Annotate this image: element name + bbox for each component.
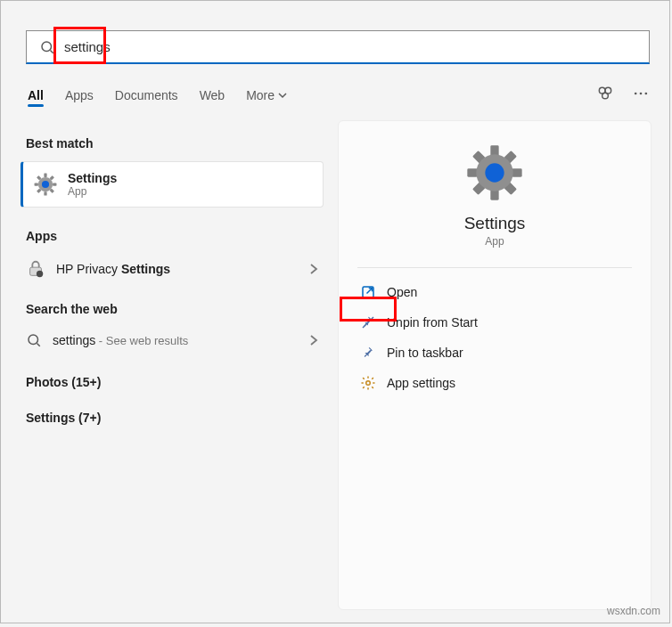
gear-outline-icon: [360, 375, 376, 391]
tab-web[interactable]: Web: [198, 85, 227, 106]
svg-point-12: [37, 271, 43, 277]
action-pin-label: Pin to taskbar: [387, 346, 463, 360]
category-photos[interactable]: Photos (15+): [20, 370, 324, 396]
section-apps: Apps: [20, 224, 324, 250]
best-match-result[interactable]: Settings App: [20, 161, 324, 208]
chevron-right-icon: [309, 334, 318, 346]
gear-icon: [34, 173, 57, 196]
svg-rect-8: [44, 174, 46, 177]
web-result-settings[interactable]: settings - See web results: [20, 323, 324, 357]
preview-actions: Open Unpin from Start Pin to taskbar App…: [339, 268, 651, 398]
tab-all[interactable]: All: [26, 85, 45, 106]
action-appsettings-label: App settings: [387, 376, 455, 390]
lock-icon: [26, 259, 45, 279]
svg-line-14: [37, 343, 39, 346]
filter-tabs: All Apps Documents Web More: [26, 85, 289, 106]
preview-title: Settings: [464, 214, 526, 233]
search-window: settings All Apps Documents Web More Bes…: [0, 0, 670, 623]
gear-icon: [466, 144, 523, 201]
best-match-sub: App: [68, 185, 117, 198]
section-best-match: Best match: [20, 131, 324, 158]
action-pin-to-taskbar[interactable]: Pin to taskbar: [355, 338, 635, 368]
svg-point-0: [42, 42, 52, 52]
preview-panel: Settings App Open Unpin from Start Pin t…: [338, 120, 652, 610]
preview-subtitle: App: [485, 235, 504, 248]
search-input[interactable]: settings: [26, 30, 650, 64]
tab-more-label: More: [246, 88, 275, 102]
svg-point-17: [485, 163, 504, 182]
best-match-name: Settings: [68, 171, 117, 185]
action-open-label: Open: [387, 285, 417, 299]
svg-point-5: [635, 93, 637, 95]
watermark: wsxdn.com: [607, 605, 660, 617]
svg-point-10: [42, 181, 49, 188]
svg-line-1: [50, 50, 53, 53]
action-app-settings[interactable]: App settings: [355, 368, 635, 398]
apps-result-label: HP Privacy Settings: [56, 262, 170, 276]
svg-point-6: [640, 93, 643, 95]
search-value: settings: [64, 39, 111, 54]
svg-point-13: [29, 335, 38, 345]
svg-point-20: [366, 381, 371, 386]
results-left-column: Best match Settings App Apps HP Privacy …: [20, 131, 324, 432]
open-icon: [360, 284, 376, 300]
search-icon: [39, 39, 55, 55]
action-unpin-from-start[interactable]: Unpin from Start: [355, 307, 635, 338]
unpin-icon: [360, 314, 376, 330]
pin-icon: [360, 345, 376, 361]
action-open[interactable]: Open: [355, 277, 635, 307]
apps-result-hp-privacy[interactable]: HP Privacy Settings: [20, 250, 324, 288]
rewards-icon[interactable]: [596, 85, 614, 102]
web-result-label: settings - See web results: [53, 333, 188, 347]
search-icon: [26, 332, 42, 348]
svg-rect-15: [490, 145, 498, 155]
svg-point-4: [602, 93, 609, 99]
section-web: Search the web: [20, 297, 324, 323]
chevron-right-icon: [309, 263, 318, 275]
svg-line-19: [363, 317, 373, 328]
svg-point-7: [645, 93, 648, 95]
category-settings[interactable]: Settings (7+): [20, 405, 324, 432]
tab-documents[interactable]: Documents: [113, 85, 180, 106]
active-tab-indicator: [28, 104, 44, 107]
chevron-down-icon: [278, 91, 287, 100]
tab-apps[interactable]: Apps: [63, 85, 95, 106]
more-options-icon[interactable]: [632, 85, 650, 102]
tab-more[interactable]: More: [244, 85, 289, 106]
action-unpin-label: Unpin from Start: [387, 315, 478, 330]
